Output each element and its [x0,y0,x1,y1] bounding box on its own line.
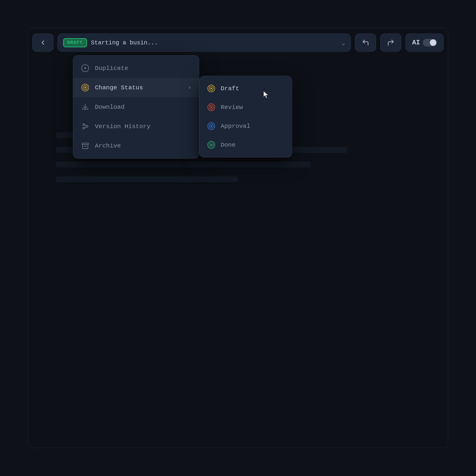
change-status-icon [81,83,90,92]
redo-icon [387,39,395,46]
svg-point-17 [210,106,212,108]
status-item-draft[interactable]: Draft [200,79,292,98]
back-button[interactable] [32,33,53,52]
done-label: Done [221,142,235,148]
svg-line-9 [85,127,86,128]
menu-item-download[interactable]: Download [73,97,199,117]
svg-point-23 [210,144,212,146]
approval-label: Approval [221,123,250,130]
svg-point-14 [210,88,212,89]
svg-rect-10 [82,143,88,145]
undo-icon [362,39,369,46]
ai-toggle-thumb [430,39,436,46]
menu-item-duplicate[interactable]: Duplicate [73,58,199,78]
archive-icon [81,141,90,150]
menu-item-archive[interactable]: Archive [73,136,199,155]
approval-status-icon [207,122,215,130]
svg-point-4 [84,87,86,88]
placeholder-line-4 [56,176,238,182]
menu-item-change-status[interactable]: Change Status › [73,78,199,97]
undo-button[interactable] [355,33,376,52]
version-history-icon [81,122,90,131]
draft-status-icon [207,84,215,93]
svg-line-8 [85,125,86,126]
status-submenu: Draft Review Approval [199,76,292,157]
ai-toggle-track [423,39,437,46]
change-status-label: Change Status [95,84,183,91]
version-history-label: Version History [95,123,150,130]
done-status-icon [207,141,215,149]
status-item-review[interactable]: Review [200,98,292,117]
change-status-chevron-icon: › [188,85,191,90]
duplicate-label: Duplicate [95,65,128,72]
placeholder-line-3 [56,162,311,167]
review-status-icon [207,103,215,111]
svg-point-1 [84,67,86,69]
back-icon [39,39,46,46]
review-label: Review [221,104,243,111]
ai-toggle-button[interactable]: AI [405,33,444,52]
draft-label: Draft [221,85,239,92]
redo-button[interactable] [380,33,401,52]
archive-label: Archive [95,143,121,149]
chevron-down-icon: ⌄ [341,39,345,47]
draft-badge: DRAFT [63,38,87,47]
duplicate-icon [81,64,90,73]
header-bar: DRAFT Starting a busin... ⌄ AI [32,32,444,53]
status-item-done[interactable]: Done [200,135,292,154]
status-item-approval[interactable]: Approval [200,117,292,135]
ai-label: AI [412,39,420,46]
context-menu: Duplicate Change Status › Download [73,55,199,159]
download-label: Download [95,104,125,110]
svg-point-20 [210,125,212,127]
title-dropdown[interactable]: DRAFT Starting a busin... ⌄ [58,33,351,52]
download-icon [81,103,90,111]
menu-item-version-history[interactable]: Version History [73,117,199,136]
document-title: Starting a busin... [91,39,337,46]
